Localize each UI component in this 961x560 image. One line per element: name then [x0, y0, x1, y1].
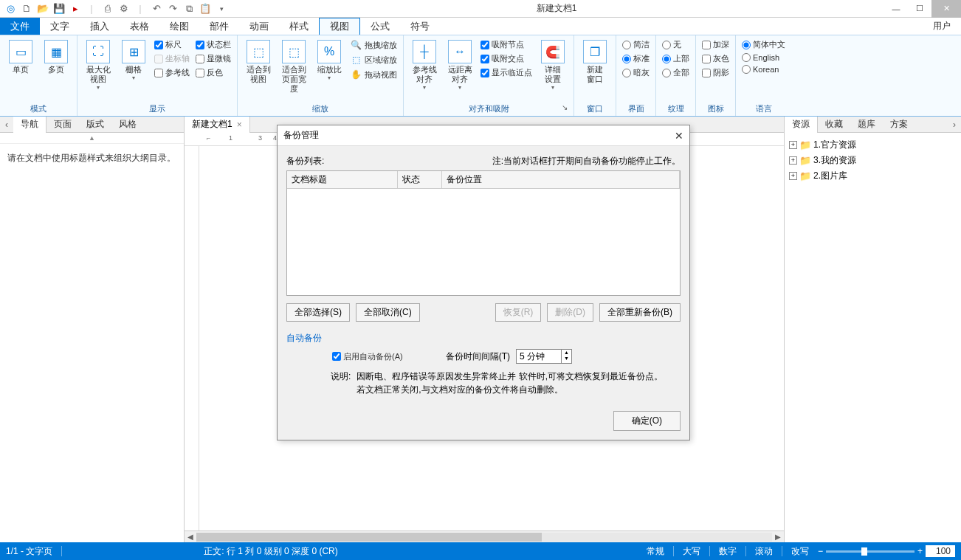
left-tab-nav[interactable]: 导航	[13, 117, 46, 133]
undo-icon[interactable]: ↶	[149, 1, 164, 16]
col-status[interactable]: 状态	[398, 171, 442, 188]
left-tab-style[interactable]: 风格	[111, 117, 144, 133]
detail-settings-button[interactable]: 🧲详细 设置▾	[537, 38, 569, 92]
guide-align-button[interactable]: ┼参考线 对齐▾	[408, 38, 441, 92]
fit-view-button[interactable]: ⬚适合到 视图	[242, 38, 275, 86]
ui-dark-radio[interactable]: 暗灰	[621, 66, 651, 79]
interval-spinner[interactable]: ▲▼	[516, 349, 572, 364]
lang-cn-radio[interactable]: 简体中文	[740, 38, 787, 51]
collapse-up-icon[interactable]: ▲	[0, 133, 184, 144]
tab-view[interactable]: 视图	[319, 18, 360, 35]
dialog-titlebar[interactable]: 备份管理 ✕	[278, 125, 689, 146]
maxview-button[interactable]: ⛶最大化 视图▾	[82, 38, 114, 92]
right-tab-resource[interactable]: 资源	[785, 117, 818, 133]
select-all-button[interactable]: 全部选择(S)	[286, 303, 350, 322]
fit-page-button[interactable]: ⬚适合到 页面宽度	[278, 38, 310, 95]
rebackup-button[interactable]: 全部重新备份(B)	[599, 303, 681, 322]
guide-checkbox[interactable]: 参考线	[153, 66, 191, 79]
tex-top-radio[interactable]: 上部	[661, 52, 691, 65]
zoom-thumb[interactable]	[861, 547, 867, 556]
scroll-track[interactable]	[196, 533, 772, 542]
paste-icon[interactable]: 📋	[198, 1, 213, 16]
expand-icon[interactable]: +	[789, 141, 797, 149]
pdf-icon[interactable]: ▸	[68, 1, 83, 16]
doc-tab[interactable]: 新建文档1 ×	[185, 117, 250, 133]
zoom-in-icon[interactable]: +	[917, 546, 923, 556]
maximize-button[interactable]: ☐	[908, 0, 931, 18]
show-near-checkbox[interactable]: 显示临近点	[479, 66, 534, 79]
copy-icon[interactable]: ⧉	[182, 1, 196, 16]
user-menu[interactable]: 用户	[923, 18, 961, 35]
icon-deep-checkbox[interactable]: 加深	[700, 38, 731, 51]
gear-icon[interactable]: ⚙	[117, 1, 131, 16]
col-loc[interactable]: 备份位置	[442, 171, 680, 188]
multi-page-button[interactable]: ▦多页	[40, 38, 72, 76]
tab-draw[interactable]: 绘图	[159, 18, 199, 35]
restore-button[interactable]: 恢复(R)	[495, 303, 542, 322]
tab-table[interactable]: 表格	[120, 18, 159, 35]
pan-view-button[interactable]: ✋拖动视图	[348, 68, 399, 81]
expand-icon[interactable]: +	[789, 172, 797, 180]
status-caps[interactable]: 大写	[683, 545, 700, 558]
scroll-left-icon[interactable]: ◀	[185, 533, 196, 541]
drag-zoom-button[interactable]: 🔍拖拽缩放	[348, 38, 399, 52]
right-tab-fav[interactable]: 收藏	[818, 117, 850, 133]
zoom-slider[interactable]	[826, 550, 914, 553]
spin-down-icon[interactable]: ▼	[562, 356, 571, 362]
right-tab-bank[interactable]: 题库	[850, 117, 883, 133]
delete-button[interactable]: 删除(D)	[547, 303, 593, 322]
lang-en-radio[interactable]: English	[740, 52, 787, 63]
close-tab-icon[interactable]: ×	[237, 120, 242, 130]
status-ovr[interactable]: 改写	[791, 545, 809, 558]
status-scroll[interactable]: 滚动	[755, 545, 773, 558]
col-title[interactable]: 文档标题	[287, 171, 398, 188]
open-icon[interactable]: 📂	[35, 1, 50, 16]
snap-node-checkbox[interactable]: 吸附节点	[479, 38, 534, 51]
tree-node[interactable]: +📁3.我的资源	[789, 153, 957, 168]
invert-checkbox[interactable]: 反色	[194, 66, 232, 79]
axis-checkbox[interactable]: 坐标轴	[153, 52, 191, 65]
status-mode[interactable]: 常规	[647, 545, 664, 558]
chevron-right-icon[interactable]: ›	[948, 120, 961, 130]
spin-up-icon[interactable]: ▲	[562, 350, 571, 356]
tex-all-radio[interactable]: 全部	[661, 66, 691, 79]
zoom-ratio-button[interactable]: %缩放比▾	[313, 38, 345, 83]
ui-simple-radio[interactable]: 简洁	[621, 38, 651, 51]
region-zoom-button[interactable]: ⬚区域缩放	[348, 53, 399, 66]
zoom-value[interactable]: 100	[926, 545, 955, 557]
tab-style[interactable]: 样式	[279, 18, 319, 35]
scroll-right-icon[interactable]: ▶	[772, 533, 784, 541]
expand-icon[interactable]: +	[789, 156, 797, 165]
tab-file[interactable]: 文件	[0, 18, 40, 35]
tab-parts[interactable]: 部件	[199, 18, 239, 35]
status-num[interactable]: 数字	[719, 545, 737, 558]
horizontal-scrollbar[interactable]: ◀ ▶	[185, 530, 784, 542]
app-icon[interactable]: ◎	[3, 1, 18, 16]
left-tab-page[interactable]: 页面	[46, 117, 79, 133]
tex-none-radio[interactable]: 无	[661, 38, 691, 51]
close-button[interactable]: ✕	[931, 0, 961, 18]
backup-table[interactable]: 文档标题 状态 备份位置	[286, 170, 681, 296]
zoom-out-icon[interactable]: −	[818, 546, 823, 556]
ok-button[interactable]: 确定(O)	[613, 411, 681, 431]
status-checkbox[interactable]: 状态栏	[194, 38, 232, 51]
tree-node[interactable]: +📁1.官方资源	[789, 137, 957, 153]
left-tab-layout[interactable]: 版式	[79, 117, 111, 133]
ui-standard-radio[interactable]: 标准	[621, 52, 651, 65]
new-icon[interactable]: 🗋	[19, 1, 34, 16]
tab-formula[interactable]: 公式	[360, 18, 400, 35]
micro-checkbox[interactable]: 显微镜	[194, 52, 232, 65]
print-icon[interactable]: ⎙	[100, 1, 115, 16]
right-tab-plan[interactable]: 方案	[883, 117, 915, 133]
icon-gray-checkbox[interactable]: 灰色	[700, 52, 731, 65]
deselect-all-button[interactable]: 全部取消(C)	[356, 303, 420, 322]
dropdown-icon[interactable]: ▾	[214, 1, 229, 16]
tab-insert[interactable]: 插入	[80, 18, 120, 35]
save-icon[interactable]: 💾	[52, 1, 66, 16]
dialog-close-icon[interactable]: ✕	[675, 130, 683, 142]
launcher-icon[interactable]: ↘	[562, 103, 568, 111]
enable-auto-backup-checkbox[interactable]: 启用自动备份(A)	[331, 350, 404, 363]
single-page-button[interactable]: ▭单页	[4, 38, 37, 76]
far-align-button[interactable]: ↔远距离 对齐▾	[444, 38, 476, 92]
tab-anim[interactable]: 动画	[239, 18, 279, 35]
